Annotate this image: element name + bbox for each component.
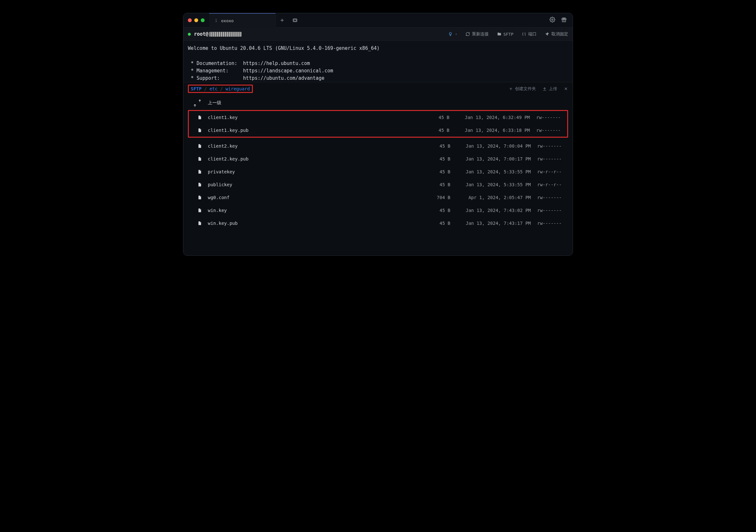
file-size: 45 B	[425, 144, 450, 148]
file-name: privatekey	[208, 169, 425, 174]
file-date: Jan 13, 2024, 7:00:17 PM	[450, 156, 537, 161]
file-size: 45 B	[424, 115, 449, 120]
file-row[interactable]: client1.key 45 B Jan 13, 2024, 6:32:49 P…	[189, 111, 567, 124]
crumb-wireguard[interactable]: wireguard	[226, 86, 250, 91]
file-row[interactable]: wg0.conf 704 B Apr 1, 2024, 2:05:47 PM r…	[188, 191, 568, 204]
file-date: Apr 1, 2024, 2:05:47 PM	[450, 195, 537, 200]
file-row[interactable]: privatekey 45 B Jan 13, 2024, 5:33:55 PM…	[188, 165, 568, 178]
crumb-etc[interactable]: etc	[209, 86, 217, 91]
file-name: publickey	[208, 182, 425, 187]
sftp-panel: SFTP / etc / wireguard 创建文件夹 上传	[183, 82, 573, 255]
file-size: 45 B	[425, 169, 450, 174]
file-row[interactable]: publickey 45 B Jan 13, 2024, 5:33:55 PM …	[188, 178, 568, 191]
file-row[interactable]: client1.key.pub 45 B Jan 13, 2024, 6:33:…	[189, 124, 567, 137]
file-row[interactable]: win.key 45 B Jan 13, 2024, 7:43:02 PM rw…	[188, 204, 568, 217]
file-list: 上一级 client1.key 45 B Jan 13, 2024, 6:32:…	[183, 95, 573, 255]
unpin-button[interactable]: 取消固定	[545, 31, 568, 37]
file-icon	[198, 115, 204, 120]
reconnect-label: 重新连接	[472, 31, 489, 37]
file-date: Jan 13, 2024, 6:33:18 PM	[449, 128, 536, 133]
port-label: 端口	[528, 31, 537, 37]
file-icon	[198, 128, 204, 133]
file-icon	[198, 195, 204, 200]
file-name: wg0.conf	[208, 195, 425, 200]
file-perm: rw-------	[536, 115, 565, 120]
mkdir-button[interactable]: 创建文件夹	[509, 86, 536, 92]
file-size: 45 B	[425, 208, 450, 213]
panels-icon[interactable]	[288, 18, 301, 23]
highlighted-files: client1.key 45 B Jan 13, 2024, 6:32:49 P…	[188, 110, 568, 138]
file-name: win.key.pub	[208, 221, 425, 226]
file-date: Jan 13, 2024, 7:00:04 PM	[450, 144, 537, 148]
file-icon	[198, 182, 204, 187]
crumb-sep: /	[220, 86, 223, 91]
file-perm: rw-------	[537, 195, 566, 200]
host-prefix: root@	[194, 31, 208, 37]
breadcrumb: SFTP / etc / wireguard	[191, 86, 250, 91]
file-name: client1.key.pub	[208, 128, 424, 133]
file-name: client2.key.pub	[208, 156, 425, 161]
unpin-label: 取消固定	[552, 31, 568, 37]
file-name: client1.key	[208, 115, 424, 120]
up-label: 上一级	[208, 100, 425, 106]
file-date: Jan 13, 2024, 5:33:55 PM	[450, 169, 537, 174]
gift-icon[interactable]	[561, 17, 567, 24]
host-redacted	[209, 32, 242, 37]
file-name: client2.key	[208, 144, 425, 148]
crumb-sftp[interactable]: SFTP	[191, 86, 202, 91]
svg-point-2	[552, 19, 553, 21]
file-name: win.key	[208, 208, 425, 213]
port-button[interactable]: 端口	[522, 31, 537, 37]
settings-icon[interactable]	[550, 17, 555, 24]
zoom-window-button[interactable]	[201, 18, 204, 22]
file-date: Jan 13, 2024, 7:43:17 PM	[450, 221, 537, 226]
window-controls	[183, 18, 209, 22]
tab-active[interactable]: 1 oxoxo	[209, 13, 276, 28]
svg-rect-1	[294, 19, 296, 21]
mkdir-label: 创建文件夹	[515, 86, 536, 92]
file-size: 45 B	[425, 182, 450, 187]
file-size: 45 B	[425, 156, 450, 161]
minimize-window-button[interactable]	[194, 18, 198, 22]
file-perm: rw-r--r--	[537, 169, 566, 174]
file-size: 45 B	[425, 221, 450, 226]
file-size: 704 B	[425, 195, 450, 200]
file-perm: rw-------	[537, 144, 566, 148]
file-icon	[198, 170, 204, 174]
file-perm: rw-------	[537, 156, 566, 161]
file-icon	[198, 144, 204, 148]
sftp-button[interactable]: SFTP	[497, 32, 513, 37]
new-tab-button[interactable]	[276, 18, 288, 23]
close-window-button[interactable]	[188, 18, 192, 22]
upload-label: 上传	[549, 86, 557, 92]
file-row[interactable]: win.key.pub 45 B Jan 13, 2024, 7:43:17 P…	[188, 217, 568, 230]
file-date: Jan 13, 2024, 5:33:55 PM	[450, 182, 537, 187]
file-icon	[198, 157, 204, 161]
tab-index: 1	[215, 18, 217, 23]
crumb-sep: /	[204, 86, 207, 91]
tab-name: oxoxo	[221, 18, 233, 23]
file-date: Jan 13, 2024, 7:43:02 PM	[450, 208, 537, 213]
upload-button[interactable]: 上传	[542, 86, 557, 92]
up-arrow-icon	[198, 98, 204, 107]
file-icon	[198, 221, 204, 226]
parent-dir-row[interactable]: 上一级	[188, 96, 568, 109]
sftp-header: SFTP / etc / wireguard 创建文件夹 上传	[183, 82, 573, 95]
file-row[interactable]: client2.key 45 B Jan 13, 2024, 7:00:04 P…	[188, 140, 568, 152]
file-date: Jan 13, 2024, 6:32:49 PM	[449, 115, 536, 120]
terminal-window: 1 oxoxo root@ ▾	[183, 13, 573, 256]
titlebar: 1 oxoxo	[183, 13, 573, 28]
file-perm: rw-------	[537, 208, 566, 213]
file-size: 45 B	[424, 128, 449, 133]
hint-button[interactable]: ▾	[448, 32, 457, 36]
file-perm: rw-------	[537, 221, 566, 226]
file-perm: rw-------	[536, 128, 565, 133]
terminal-output: Welcome to Ubuntu 20.04.6 LTS (GNU/Linux…	[183, 41, 573, 82]
file-icon	[198, 208, 204, 213]
sftp-label: SFTP	[503, 32, 513, 37]
reconnect-button[interactable]: 重新连接	[466, 31, 489, 37]
session-host: root@	[194, 31, 242, 37]
connection-status-dot	[188, 33, 191, 36]
close-panel-button[interactable]	[564, 87, 568, 91]
file-row[interactable]: client2.key.pub 45 B Jan 13, 2024, 7:00:…	[188, 152, 568, 165]
